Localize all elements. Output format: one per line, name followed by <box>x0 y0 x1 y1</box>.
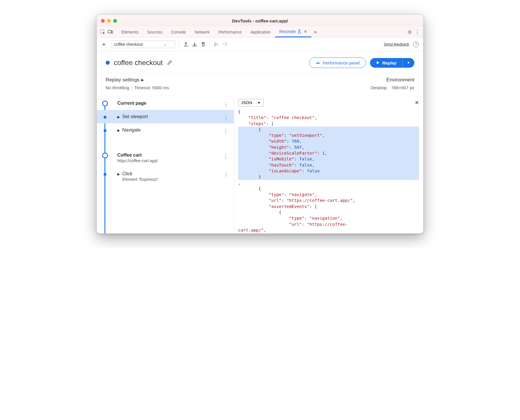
performance-panel-label: Performance panel <box>323 60 360 65</box>
environment-viewport: 766×507 px <box>391 85 414 90</box>
play-icon <box>376 61 380 65</box>
svg-point-5 <box>317 63 318 64</box>
close-window-button[interactable] <box>101 19 105 23</box>
svg-rect-2 <box>111 31 113 33</box>
send-feedback-link[interactable]: Send feedback <box>384 42 409 46</box>
tab-network[interactable]: Network <box>191 27 214 37</box>
section-title: Coffee cart <box>117 153 158 158</box>
tab-recorder[interactable]: Recorder ✕ <box>275 27 311 37</box>
timeline-marker-icon <box>102 153 108 158</box>
recording-status-dot <box>106 61 110 65</box>
replay-dropdown-button[interactable]: ▼ <box>402 58 414 68</box>
timeline-section[interactable]: Coffee cart https://coffee-cart.app/ ⋮ <box>97 148 234 167</box>
tab-performance[interactable]: Performance <box>214 27 246 37</box>
tab-elements[interactable]: Elements <box>117 27 142 37</box>
format-select-label: JSON <box>241 100 252 105</box>
timeline-step-click[interactable]: ▶ Click Element "Espresso" ⋮ <box>97 167 234 186</box>
step-menu-icon[interactable]: ⋮ <box>223 153 228 160</box>
throttling-value: No throttling <box>106 85 129 90</box>
step-menu-icon[interactable]: ⋮ <box>223 115 228 121</box>
tab-recorder-label: Recorder <box>279 29 296 34</box>
device-mode-icon[interactable] <box>107 30 114 34</box>
recording-title: coffee checkout <box>114 59 163 67</box>
step-sublabel: Element "Espresso" <box>122 177 158 182</box>
replay-settings-toggle[interactable]: Replay settings ▶ <box>106 77 371 83</box>
settings-gear-icon[interactable] <box>406 29 413 35</box>
expand-icon: ▶ <box>117 128 120 132</box>
traffic-lights <box>101 19 117 23</box>
delete-icon[interactable] <box>201 42 205 47</box>
timeline-step-viewport[interactable]: ▶ Set viewport ⋮ <box>97 110 234 123</box>
environment-device: Desktop <box>371 85 387 90</box>
tab-application[interactable]: Application <box>247 27 275 37</box>
experiment-icon <box>297 29 301 34</box>
play-pause-icon[interactable] <box>214 42 219 47</box>
close-code-panel-icon[interactable]: ✕ <box>415 99 419 106</box>
window-title: DevTools - coffee-cart.app/ <box>232 18 288 23</box>
replay-button-label: Replay <box>382 60 397 65</box>
step-label: Navigate <box>122 127 141 133</box>
chevron-right-icon: ▶ <box>141 78 144 82</box>
step-menu-icon[interactable]: ⋮ <box>223 101 228 108</box>
main-content: Current page ⋮ ▶ Set viewport ⋮ ▶ Naviga… <box>97 96 423 233</box>
step-label: Set viewport <box>122 114 148 119</box>
separator <box>132 85 132 90</box>
svg-point-4 <box>225 45 226 46</box>
help-icon[interactable]: ? <box>413 41 419 47</box>
section-subtitle: https://coffee-cart.app/ <box>117 158 158 163</box>
format-select[interactable]: JSON ▼ <box>238 99 264 106</box>
gauge-icon <box>315 60 320 65</box>
new-recording-button[interactable]: ＋ <box>101 40 107 48</box>
import-icon[interactable] <box>192 42 197 47</box>
separator <box>179 41 179 48</box>
step-menu-icon[interactable]: ⋮ <box>223 128 228 134</box>
code-view[interactable]: { "title": "coffee checkout", "steps": [… <box>234 109 423 233</box>
replay-button[interactable]: Replay <box>370 58 402 68</box>
step-over-icon[interactable] <box>223 42 228 46</box>
recording-select[interactable]: coffee checkout ⌄ <box>111 41 175 48</box>
titlebar: DevTools - coffee-cart.app/ <box>97 15 423 27</box>
steps-timeline: Current page ⋮ ▶ Set viewport ⋮ ▶ Naviga… <box>97 97 234 233</box>
tab-console[interactable]: Console <box>167 27 190 37</box>
export-icon[interactable] <box>184 42 188 47</box>
step-menu-icon[interactable]: ⋮ <box>223 172 228 178</box>
more-tabs-icon[interactable]: » <box>312 29 319 35</box>
replay-settings-label: Replay settings <box>106 77 139 83</box>
step-label: Click <box>122 171 158 176</box>
maximize-window-button[interactable] <box>113 19 117 23</box>
recording-select-label: coffee checkout <box>114 42 143 47</box>
chevron-down-icon: ⌄ <box>164 42 167 46</box>
timeout-value: Timeout: 5000 ms <box>134 85 169 90</box>
timeline-section[interactable]: Current page ⋮ <box>97 97 234 110</box>
svg-rect-1 <box>108 30 111 33</box>
close-tab-icon[interactable]: ✕ <box>304 29 307 34</box>
separator <box>210 41 210 48</box>
performance-panel-button[interactable]: Performance panel <box>309 57 366 68</box>
inspect-icon[interactable] <box>99 29 106 35</box>
timeline-marker-icon <box>104 173 107 176</box>
recording-header: coffee checkout Performance panel Replay… <box>97 51 423 74</box>
code-panel: JSON ▼ ✕ { "title": "coffee checkout", "… <box>234 97 423 233</box>
replay-button-group: Replay ▼ <box>370 58 414 68</box>
timeline-step-navigate[interactable]: ▶ Navigate ⋮ <box>97 123 234 137</box>
environment-label: Environment <box>371 77 414 83</box>
timeline-marker-icon <box>104 116 107 119</box>
devtools-tabbar: Elements Sources Console Network Perform… <box>97 27 423 38</box>
tab-sources[interactable]: Sources <box>143 27 166 37</box>
svg-point-3 <box>409 31 411 33</box>
timeline-marker-icon <box>102 101 108 106</box>
minimize-window-button[interactable] <box>107 19 111 23</box>
recorder-toolbar: ＋ coffee checkout ⌄ Send feedback ? <box>97 38 423 51</box>
expand-icon: ▶ <box>117 172 120 176</box>
settings-row: Replay settings ▶ No throttling Timeout:… <box>97 74 423 96</box>
kebab-menu-icon[interactable]: ⋮ <box>414 29 421 35</box>
expand-icon: ▶ <box>117 115 120 119</box>
section-title: Current page <box>117 101 146 106</box>
edit-title-icon[interactable] <box>167 60 172 65</box>
devtools-window: DevTools - coffee-cart.app/ Elements Sou… <box>97 15 423 234</box>
timeline-marker-icon <box>104 129 107 132</box>
chevron-down-icon: ▼ <box>257 101 261 104</box>
